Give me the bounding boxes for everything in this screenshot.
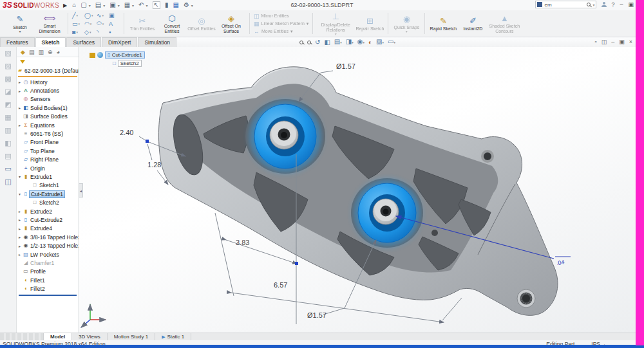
dynamic-annotation-icon[interactable]: ▤▾ [334,38,342,46]
tab-dimxpert[interactable]: DimXpert [102,37,137,47]
options-caret-icon[interactable]: ▾ [191,3,193,8]
offset-on-surface-button[interactable]: ◈ Offset On Surface [217,13,245,33]
tab-scroll-buttons[interactable] [0,333,44,340]
shaded-sketch-contours-button[interactable]: ▲ Shaded Sketch Contours [488,13,520,33]
tree-item-extrude2[interactable]: ▸▮Extrude2 [17,207,79,215]
tree-item-annotations[interactable]: ▸AAnnotations [17,86,79,95]
properties-icon[interactable]: ▦ [173,2,178,8]
instant2d-button[interactable]: ✐ Instant2D [459,15,487,32]
corner-rectangle-tool-icon[interactable]: ▭▾ [72,19,83,28]
tree-item-sensors[interactable]: ◎Sensors [17,95,79,104]
hide-show-items-icon[interactable]: ◉▾ [357,38,365,46]
display-style-icon[interactable]: ◨▾ [346,38,354,46]
upper-selected-boss[interactable] [249,100,321,172]
tab-sketch[interactable]: Sketch [35,37,66,47]
arc-tool-icon[interactable]: ◠▾ [84,19,95,28]
rollback-bar[interactable] [19,295,77,296]
convert-entities-button[interactable]: ⬡ Convert Entities [158,13,186,33]
lower-selected-boss[interactable] [354,179,421,246]
search-icon[interactable] [587,3,591,6]
search-input[interactable]: em ▾ [535,1,596,8]
split-window-icon[interactable]: ◫ [601,39,607,45]
ellipse-tool-icon[interactable]: ⬭▾ [97,19,108,28]
expand-arrow-icon[interactable]: ▸ [17,89,23,93]
collapse-arrow-icon[interactable]: ▾ [17,174,23,179]
section-view-icon[interactable]: ◧ [324,39,330,46]
quick-snaps-button[interactable]: ◉ Quick Snaps ▾ [392,14,421,33]
tree-item-equations[interactable]: ▸ΣEquations [17,121,79,129]
dimxpertmanager-tab-icon[interactable]: ⊕ [48,49,53,55]
tree-item-fillet1[interactable]: ◖Fillet1 [17,276,79,284]
tab-surfaces[interactable]: Surfaces [66,37,101,47]
threaded-hole[interactable] [517,289,535,307]
open-icon[interactable]: ▤ [95,2,101,8]
tree-item-history[interactable]: ▸◷History [17,78,79,86]
expand-arrow-icon[interactable]: ▸ [17,244,23,248]
side-tool-icon[interactable]: ▥ [5,127,11,134]
minimize-doc-icon[interactable]: – [611,39,614,45]
slot-tool-icon[interactable]: ◙▾ [72,28,83,36]
tree-item-extrude4[interactable]: ▸▮Extrude4 [17,224,79,233]
tab-motion-study-1[interactable]: Motion Study 1 [108,333,155,340]
dimension-label[interactable]: 1.28 [147,161,161,169]
home-icon[interactable]: ⌂ [72,2,76,8]
expand-arrow-icon[interactable]: ▸ [17,123,23,127]
tree-item-tapped-hole2[interactable]: ▸◉3/8-16 Tapped Hole2 [17,233,79,241]
undo-caret-icon[interactable]: ▾ [146,3,148,8]
expand-arrow-icon[interactable]: ▸ [17,80,23,84]
expand-arrow-icon[interactable]: ▸ [17,217,23,222]
save-icon[interactable]: ▣ [109,2,115,8]
expand-arrow-icon[interactable]: ▸ [17,209,23,214]
dimension-label[interactable]: 6.57 [274,281,287,289]
tab-features[interactable]: Features [0,37,35,47]
tree-item-material[interactable]: ≡6061-T6 (SS) [17,129,79,138]
apply-scene-icon[interactable]: ▨▾ [376,38,384,46]
undo-icon[interactable]: ↶ [138,2,144,8]
polygon-tool-icon[interactable]: ◇▾ [84,28,95,36]
touch-mode-icon[interactable]: ▮ [165,2,169,8]
side-tool-icon[interactable]: ◪ [5,88,11,95]
text-tool-icon[interactable]: A [109,19,120,28]
restore-doc-icon[interactable]: ▣ [619,39,625,45]
select-arrow-icon[interactable]: ↖ [153,1,160,9]
side-tool-icon[interactable]: ▧ [5,50,11,57]
displaymanager-tab-icon[interactable]: ◕ [57,49,60,55]
selected-dimension-label[interactable]: .04 [556,259,565,266]
tree-item-profile[interactable]: ▭Profile [17,268,79,276]
breadcrumb-sketch-tag[interactable]: Sketch2 [118,60,142,67]
previous-view-icon[interactable]: ↺ [315,39,320,46]
mirror-entities-button[interactable]: ◫ Mirror Entities [254,13,308,19]
tab-static-1[interactable]: ▶ Static 1 [155,333,191,340]
line-tool-icon[interactable]: ╱▾ [72,11,83,19]
tree-item-fillet2[interactable]: ◖Fillet2 [17,284,79,293]
propertymanager-tab-icon[interactable]: ▤ [29,49,35,55]
side-tool-icon[interactable]: ◫ [5,178,11,185]
tree-item-cut-extrude2[interactable]: ▸▯Cut-Extrude2 [17,215,79,224]
featuremanager-tab-icon[interactable]: ◆ [21,49,25,55]
new-caret-icon[interactable]: ▾ [89,3,91,8]
minimize-button[interactable]: – [620,1,623,8]
configurationmanager-tab-icon[interactable]: ▥ [38,49,44,55]
offset-entities-button[interactable]: ◎ Offset Entities [187,15,216,32]
tab-simulation[interactable]: Simulation [138,37,176,47]
side-tool-icon[interactable]: ◧ [5,140,11,147]
tree-item-lw-pockets[interactable]: ▸▤LW Pockets [17,250,79,259]
close-doc-icon[interactable]: × [629,39,632,45]
move-entities-button[interactable]: ↔ Move Entities▾ [254,28,308,35]
breadcrumb-feature-tag[interactable]: ▯ Cut-Extrude1 [105,51,145,59]
tree-root-item[interactable]: ▰ 62-02-9000-13 (Default) [17,66,79,75]
tree-item-chamfer1[interactable]: ◢Chamfer1 [17,259,79,267]
tree-item-right-plane[interactable]: ▱Right Plane [17,156,79,164]
new-window-icon[interactable]: ▫ [594,39,596,45]
search-caret-icon[interactable]: ▾ [592,3,594,7]
rapid-sketch-button[interactable]: ✎ Rapid Sketch [429,15,457,32]
side-tool-icon[interactable]: ▭ [5,165,11,172]
expand-arrow-icon[interactable]: ▸ [17,252,23,257]
sketch-picture-tool-icon[interactable]: ▣ [109,11,120,19]
point-tool-icon[interactable]: ▪ [109,28,120,36]
sketch-caret-icon[interactable]: ▾ [19,30,21,33]
part-icon[interactable] [90,53,95,58]
sketch-point[interactable] [295,262,298,265]
spline-tool-icon[interactable]: ∿▾ [97,11,108,19]
maximize-button[interactable]: ▣ [628,1,634,8]
